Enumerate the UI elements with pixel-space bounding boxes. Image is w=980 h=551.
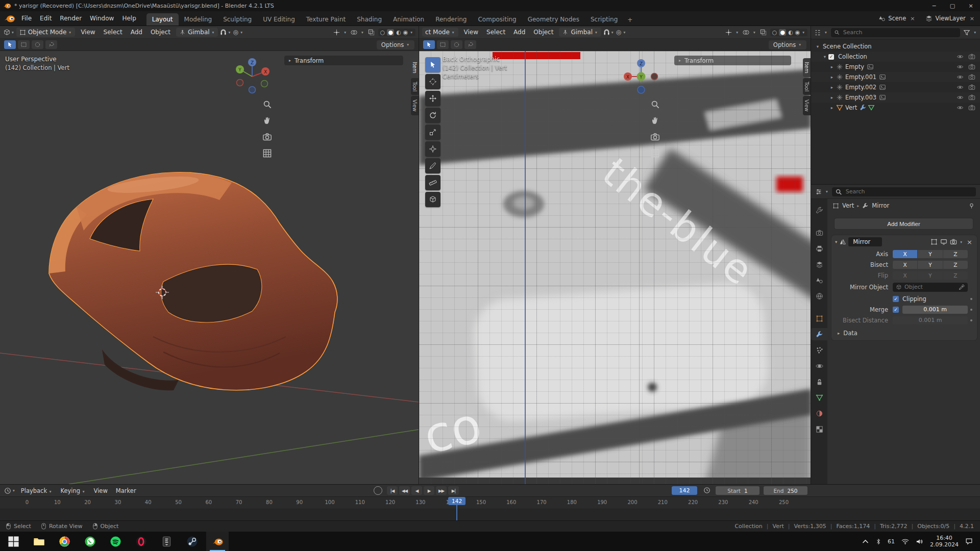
mode-selector[interactable]: ct Mode▾ [422, 28, 458, 37]
menu-object[interactable]: Object [146, 27, 175, 37]
expander-icon[interactable]: ▾ [821, 54, 828, 59]
add-workspace-button[interactable]: + [623, 14, 636, 26]
prev-keyframe-button[interactable]: ◀◀ [399, 486, 410, 495]
show-gizmo-icon[interactable] [333, 29, 340, 36]
collection-checkbox[interactable]: ✓ [828, 54, 834, 60]
menu-add[interactable]: Add [127, 27, 146, 37]
properties-tab-data[interactable] [812, 391, 826, 404]
taskbar-start[interactable] [2, 532, 24, 551]
tab-texture-paint[interactable]: Texture Paint [301, 13, 351, 26]
timeline-menu-keying[interactable]: Keying ▾ [57, 486, 90, 496]
expander-icon[interactable]: ▸ [828, 95, 836, 100]
decorator-dot[interactable] [970, 319, 972, 321]
notifications-icon[interactable] [965, 538, 973, 545]
tool-measure[interactable] [425, 175, 440, 190]
timeline-menu-marker[interactable]: Marker [112, 486, 140, 496]
overlays-icon[interactable] [742, 29, 750, 36]
outliner-item-empty-002[interactable]: ▸Empty.002 [811, 82, 980, 92]
pan-hand-icon[interactable] [262, 116, 272, 126]
expander-icon[interactable]: ▸ [828, 85, 836, 90]
properties-tab-view-layer[interactable] [812, 258, 826, 270]
tool-move[interactable] [425, 91, 440, 106]
outliner-search-input[interactable] [842, 29, 957, 36]
bisect-y-toggle[interactable]: Y [918, 261, 943, 269]
close-button[interactable]: × [962, 0, 980, 11]
xray-toggle-icon[interactable] [760, 29, 767, 36]
sidebar-tab-view[interactable]: View [803, 96, 811, 115]
collapse-icon[interactable]: ▾ [835, 239, 837, 244]
snap-magnet-icon[interactable] [603, 29, 610, 36]
minimize-button[interactable]: − [925, 0, 943, 11]
tray-chevron-up-icon[interactable] [862, 538, 869, 545]
taskbar-chrome[interactable] [53, 532, 76, 551]
menu-view[interactable]: View [77, 27, 99, 37]
menu-object[interactable]: Object [529, 27, 557, 37]
select-mode-circle[interactable] [451, 40, 462, 49]
jump-to-start-button[interactable]: |◀ [387, 486, 398, 495]
edit-mode-display-icon[interactable] [930, 238, 938, 245]
tab-rendering[interactable]: Rendering [430, 13, 472, 26]
tool-cursor[interactable] [425, 74, 440, 89]
data-subpanel-header[interactable]: ▸ Data [831, 328, 977, 338]
camera-view-icon[interactable] [650, 132, 660, 142]
menu-render[interactable]: Render [56, 13, 86, 23]
tab-shading[interactable]: Shading [351, 13, 387, 26]
taskbar-spotify[interactable] [104, 532, 127, 551]
viewport-right-canvas[interactable]: the-blue co Back Orthographic (142) Coll… [419, 51, 811, 484]
delete-modifier-icon[interactable]: × [966, 238, 973, 246]
properties-tab-object[interactable] [812, 312, 826, 324]
sidebar-tab-view[interactable]: View [411, 96, 419, 115]
shading-wireframe-icon[interactable]: ○ [772, 29, 777, 36]
shading-material-icon[interactable]: ◐ [788, 29, 793, 36]
axis-x-toggle[interactable]: X [893, 250, 918, 258]
properties-tab-render[interactable] [812, 227, 826, 239]
realtime-display-icon[interactable] [940, 238, 947, 245]
shading-solid-icon[interactable]: ● [779, 29, 786, 36]
menu-window[interactable]: Window [86, 13, 118, 23]
outliner-item-empty-001[interactable]: ▸Empty.001 [811, 72, 980, 82]
viewlayer-unlink-icon[interactable]: × [968, 15, 976, 22]
properties-tab-scene[interactable] [812, 274, 826, 286]
tool-rotate[interactable] [425, 108, 440, 123]
disable-render-icon[interactable] [968, 63, 975, 70]
menu-select[interactable]: Select [100, 27, 127, 37]
overlays-icon[interactable] [350, 29, 358, 36]
hide-viewport-icon[interactable] [957, 104, 964, 111]
taskbar-opera[interactable] [130, 532, 152, 551]
outliner-search[interactable] [831, 28, 960, 37]
disable-render-icon[interactable] [968, 73, 975, 81]
tool-select-box[interactable] [425, 57, 440, 72]
select-mode-box[interactable] [437, 40, 449, 49]
transform-panel-header[interactable]: ▸ Transform [284, 56, 403, 65]
mode-selector[interactable]: Object Mode▾ [16, 28, 75, 37]
clock[interactable]: 16:40 2.09.2024 [930, 535, 959, 548]
sidebar-tab-item[interactable]: Item [411, 58, 419, 77]
expander-icon[interactable]: ▾ [814, 44, 821, 49]
disable-render-icon[interactable] [968, 53, 975, 60]
tab-compositing[interactable]: Compositing [472, 13, 522, 26]
select-mode-lasso[interactable] [45, 40, 57, 49]
taskbar-epic-games[interactable] [155, 532, 178, 551]
decorator-dot[interactable] [970, 298, 972, 300]
taskbar-steam[interactable] [181, 532, 203, 551]
expander-icon[interactable]: ▸ [828, 105, 836, 110]
outliner-item-vert[interactable]: ▸Vert [811, 103, 980, 113]
menu-edit[interactable]: Edit [36, 13, 56, 23]
bisect-x-toggle[interactable]: X [893, 261, 918, 269]
properties-tab-modifiers[interactable] [811, 328, 827, 340]
current-frame-field[interactable]: 142 [672, 486, 697, 495]
scene-selector[interactable]: Scene [888, 15, 906, 22]
shading-wireframe-icon[interactable]: ○ [380, 29, 385, 36]
eyedropper-icon[interactable] [959, 284, 965, 290]
blender-logo-icon[interactable] [4, 14, 15, 23]
mirror-object-field[interactable]: Object [893, 283, 968, 292]
xray-toggle-icon[interactable] [368, 29, 375, 36]
outliner-item-empty[interactable]: ▸Empty [811, 62, 980, 72]
flip-z-toggle[interactable]: Z [943, 271, 968, 280]
merge-threshold-field[interactable]: 0.001 m [902, 306, 968, 314]
viewlayer-selector[interactable]: ViewLayer [935, 15, 965, 22]
editor-type-icon[interactable] [815, 188, 822, 195]
axis-z-toggle[interactable]: Z [943, 250, 968, 258]
tool-options-button[interactable]: Options▾ [769, 40, 806, 49]
maximize-button[interactable]: ▢ [943, 0, 962, 11]
